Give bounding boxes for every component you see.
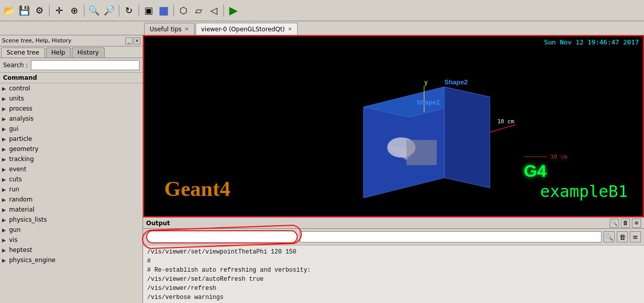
front-icon[interactable]: ▱ [192,4,206,18]
output-line: # Re-establish auto refreshing and verbo… [147,266,640,275]
tree-item-process[interactable]: ▶ process [0,104,143,114]
crosshair-icon[interactable]: ⊕ [67,4,81,18]
arrow-icon: ▶ [2,86,9,91]
zoom-out-icon[interactable]: 🔎 [102,4,116,18]
zoom-in-icon[interactable]: 🔍 [87,4,101,18]
output-clear-btn[interactable]: 🗑 [617,231,628,242]
output-line: # [147,257,640,266]
geant4-label: Geant4 [164,177,231,201]
open-icon[interactable]: 📂 [2,4,16,18]
search-label: Search : [3,62,28,69]
arrow-icon: ▶ [2,146,9,152]
output-menu-btn[interactable]: ≡ [630,231,641,242]
separator-3 [119,5,119,17]
arrow-icon: ▶ [2,237,9,243]
output-line: /vis/verbose warnings [147,293,640,302]
tree-item-gun[interactable]: ▶ gun [0,225,143,235]
tree-item-particle[interactable]: ▶ particle [0,134,143,144]
command-header: Command [0,73,143,83]
svg-text:Shape1: Shape1 [417,98,440,106]
tree-item-cuts[interactable]: ▶ cuts [0,174,143,184]
output-full-input[interactable] [300,231,602,242]
save-icon[interactable]: 💾 [17,4,31,18]
search-bar: Search : [0,58,143,73]
tab-help[interactable]: Help [46,47,71,58]
search-input[interactable] [31,60,140,70]
output-title: Output [146,220,170,227]
arrow-icon: ▶ [2,116,9,122]
rotate-icon[interactable]: ↻ [122,4,136,18]
tree-item-units[interactable]: ▶ units [0,93,143,104]
tree-item-material[interactable]: ▶ material [0,205,143,215]
output-search-btn[interactable]: 🔍 [610,219,619,228]
tab-viewer[interactable]: viewer-0 (OpenGLStoredQt) ✕ [196,23,298,35]
command-input[interactable] [146,230,298,243]
separator-6 [223,5,224,17]
move-icon[interactable]: ✛ [52,4,66,18]
output-search-icon-btn[interactable]: 🔍 [604,231,615,242]
tree-item-physics-engine[interactable]: ▶ physics_engine [0,255,143,265]
wireframe-icon[interactable]: ▣ [142,4,156,18]
left-panel: Scene tree, Help, History _ ✕ Scene tree… [0,35,143,303]
viewport-timestamp: Sun Nov 12 19:46:47 2017 [544,38,639,46]
svg-text:10 cm: 10 cm [497,118,514,125]
output-line: /vis/viewer/refresh [147,284,640,293]
tab-close-viewer[interactable]: ✕ [288,26,292,32]
perspective-icon[interactable]: ⬡ [176,4,191,18]
arrow-icon: ▶ [2,126,9,132]
tree-item-event[interactable]: ▶ event [0,164,143,174]
output-header: Output 🔍 🗑 ≡ [143,218,644,229]
arrow-icon: ▶ [2,167,9,172]
output-panel: Output 🔍 🗑 ≡ 🔍 🗑 ≡ /vis/viewer/set/vi [143,217,644,303]
panel-close-btn[interactable]: ✕ [133,37,141,44]
right-area: Sun Nov 12 19:46:47 2017 y Shape2 [143,35,644,303]
tree-item-control[interactable]: ▶ control [0,83,143,93]
tab-close-useful-tips[interactable]: ✕ [185,26,189,32]
svg-text:Shape2: Shape2 [444,78,468,86]
output-more-btn[interactable]: ≡ [632,219,641,228]
output-delete-btn[interactable]: 🗑 [621,219,630,228]
tab-label: viewer-0 (OpenGLStoredQt) [201,26,285,33]
tree-item-run[interactable]: ▶ run [0,184,143,194]
output-line: /vis/viewer/set/autoRefresh true [147,275,640,284]
command-section: Command ▶ control ▶ units ▶ process ▶ an… [0,73,143,303]
arrow-icon: ▶ [2,96,9,102]
solid-icon[interactable]: ■ [157,4,171,18]
tree-item-random[interactable]: ▶ random [0,194,143,205]
tree-item-gui[interactable]: ▶ gui [0,124,143,134]
tree-item-geometry[interactable]: ▶ geometry [0,144,143,154]
arrow-icon: ▶ [2,157,9,162]
command-input-wrapper [146,230,298,243]
arrow-icon: ▶ [2,197,9,203]
tab-useful-tips[interactable]: Useful tips ✕ [144,23,195,35]
tree-item-tracking[interactable]: ▶ tracking [0,154,143,164]
tree-item-vis[interactable]: ▶ vis [0,235,143,245]
output-input-row: 🔍 🗑 ≡ [143,229,644,245]
separator-1 [49,5,50,17]
svg-rect-5 [406,140,437,165]
svg-line-10 [490,125,515,132]
tree-item-physics-lists[interactable]: ▶ physics_lists [0,215,143,225]
main-tabbar: Useful tips ✕ viewer-0 (OpenGLStoredQt) … [0,21,644,35]
arrow-icon: ▶ [2,136,9,142]
arrow-icon: ▶ [2,207,9,213]
arrow-icon: ▶ [2,247,9,253]
viewport[interactable]: Sun Nov 12 19:46:47 2017 y Shape2 [143,35,644,217]
main-layout: Scene tree, Help, History _ ✕ Scene tree… [0,35,644,303]
scene-svg: y Shape2 Shape1 10 cm [323,46,525,208]
tree-item-heptest[interactable]: ▶ heptest [0,245,143,255]
panel-minimize-btn[interactable]: _ [125,37,132,44]
side-icon[interactable]: ◁ [207,4,221,18]
arrow-icon: ▶ [2,227,9,233]
separator-4 [139,5,139,17]
tree-item-analysis[interactable]: ▶ analysis [0,114,143,124]
output-text-area: /vis/viewer/set/viewpointThetaPhi 120 15… [143,245,644,303]
settings-icon[interactable]: ⚙ [32,4,47,18]
output-header-buttons: 🔍 🗑 ≡ [610,219,641,228]
arrow-icon: ▶ [2,258,9,263]
play-icon[interactable]: ▶ [226,4,241,18]
tab-history[interactable]: History [72,47,105,58]
sub-tabbar: Scene tree Help History [0,46,143,58]
separator-2 [84,5,84,17]
tab-scene-tree[interactable]: Scene tree [1,47,45,58]
